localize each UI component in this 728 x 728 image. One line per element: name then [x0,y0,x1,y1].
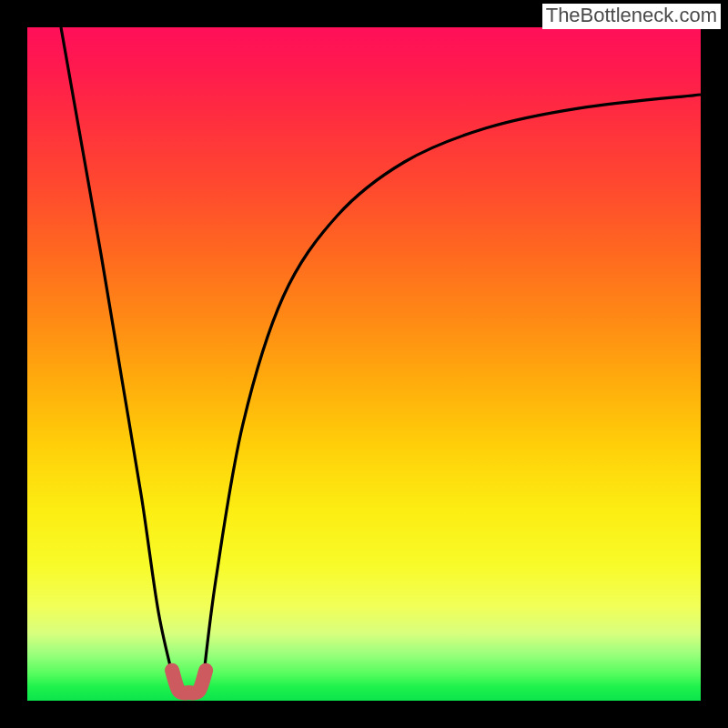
curve-layer [27,27,701,701]
watermark-text: TheBottleneck.com [542,4,721,29]
right-branch-curve [202,95,701,687]
left-branch-curve [61,27,176,687]
minimum-marker [172,671,206,693]
plot-area [27,27,701,701]
chart-container: TheBottleneck.com [0,0,728,728]
